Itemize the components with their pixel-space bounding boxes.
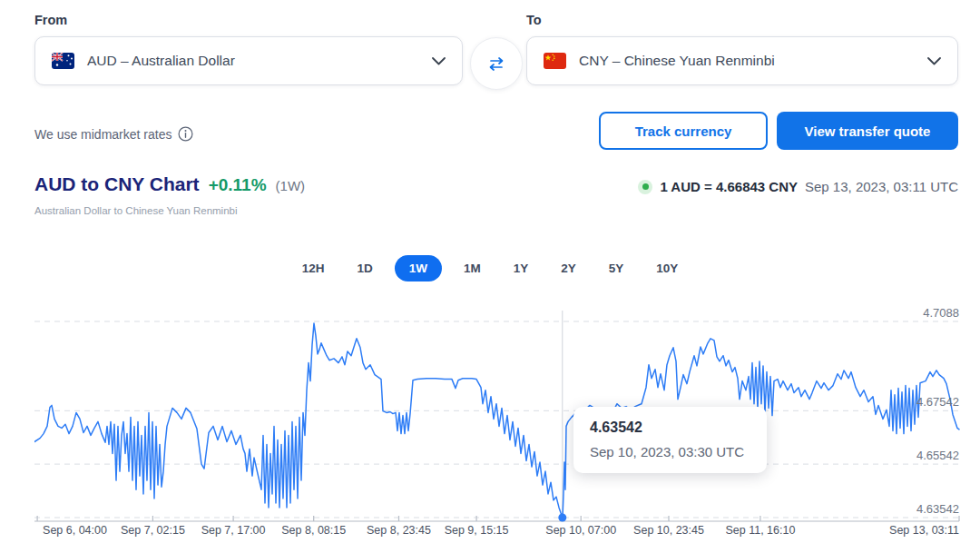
x-axis-label: Sep 10, 07:00 [545, 524, 616, 537]
swap-currencies-button[interactable] [470, 37, 523, 90]
to-label: To [526, 13, 542, 27]
range-tab-1y[interactable]: 1Y [503, 255, 540, 281]
from-label: From [34, 13, 67, 27]
y-axis-label: 4.65542 [916, 449, 959, 462]
tooltip-value: 4.63542 [590, 420, 749, 436]
from-currency-select[interactable]: AUD – Australian Dollar [34, 36, 463, 85]
view-transfer-quote-button[interactable]: View transfer quote [777, 112, 958, 150]
info-icon[interactable] [178, 126, 193, 142]
time-range-tabs: 12H1D1W1M1Y2Y5Y10Y [0, 255, 980, 281]
y-axis-label: 4.63542 [916, 502, 959, 516]
range-tab-10y[interactable]: 10Y [645, 255, 689, 281]
midmarket-text: We use midmarket rates [34, 127, 172, 142]
x-axis-label: Sep 9, 15:15 [445, 524, 509, 537]
x-axis-label: Sep 7, 02:15 [121, 524, 185, 537]
chart-subtitle: Australian Dollar to Chinese Yuan Renmin… [34, 205, 238, 216]
tooltip-timestamp: Sep 10, 2023, 03:30 UTC [590, 444, 749, 459]
y-axis-label: 4.7088 [923, 306, 959, 320]
x-axis-label: Sep 8, 23:45 [367, 524, 431, 537]
x-axis-label: Sep 10, 23:45 [633, 524, 704, 537]
range-tab-1d[interactable]: 1D [346, 255, 383, 281]
track-currency-button[interactable]: Track currency [599, 112, 768, 150]
y-axis-label: 4.67542 [916, 395, 959, 409]
currency-converter-page: From AUD – Australian Dollar To [0, 0, 980, 553]
page-title: AUD to CNY Chart [34, 173, 200, 195]
from-currency-value: AUD – Australian Dollar [87, 53, 419, 69]
china-flag-icon [544, 53, 566, 69]
hover-point-dot [558, 514, 566, 522]
x-axis-label: Sep 8, 08:15 [281, 524, 346, 537]
chart-header: AUD to CNY Chart +0.11% (1W) [34, 173, 305, 195]
to-currency-select[interactable]: CNY – Chinese Yuan Renminbi [526, 36, 958, 85]
x-axis-label: Sep 7, 17:00 [201, 524, 266, 537]
live-rate-value: 1 AUD = 4.66843 CNY [660, 179, 798, 194]
rate-change-period: (1W) [276, 178, 306, 193]
x-axis-label: Sep 11, 16:10 [725, 524, 795, 537]
australia-flag-icon [52, 53, 74, 69]
chevron-down-icon [432, 57, 446, 65]
rate-line-chart[interactable] [34, 307, 960, 534]
range-tab-1w[interactable]: 1W [395, 255, 442, 281]
range-tab-2y[interactable]: 2Y [550, 255, 587, 281]
rate-change-badge: +0.11% [209, 175, 267, 195]
live-rate-line: 1 AUD = 4.66843 CNY Sep 13, 2023, 03:11 … [638, 179, 958, 194]
to-currency-value: CNY – Chinese Yuan Renminbi [579, 53, 915, 69]
swap-icon [486, 56, 506, 72]
live-rate-dot-icon [638, 180, 652, 194]
x-axis-label: Sep 6, 04:00 [43, 524, 107, 537]
midmarket-note: We use midmarket rates [34, 126, 193, 142]
price-line [34, 323, 959, 518]
chevron-down-icon [927, 57, 941, 65]
x-axis-label: Sep 13, 03:11 [889, 524, 959, 537]
range-tab-12h[interactable]: 12H [291, 255, 336, 281]
chart-tooltip: 4.63542 Sep 10, 2023, 03:30 UTC [573, 407, 767, 473]
live-rate-timestamp: Sep 13, 2023, 03:11 UTC [805, 179, 958, 194]
range-tab-1m[interactable]: 1M [453, 255, 492, 281]
range-tab-5y[interactable]: 5Y [598, 255, 635, 281]
